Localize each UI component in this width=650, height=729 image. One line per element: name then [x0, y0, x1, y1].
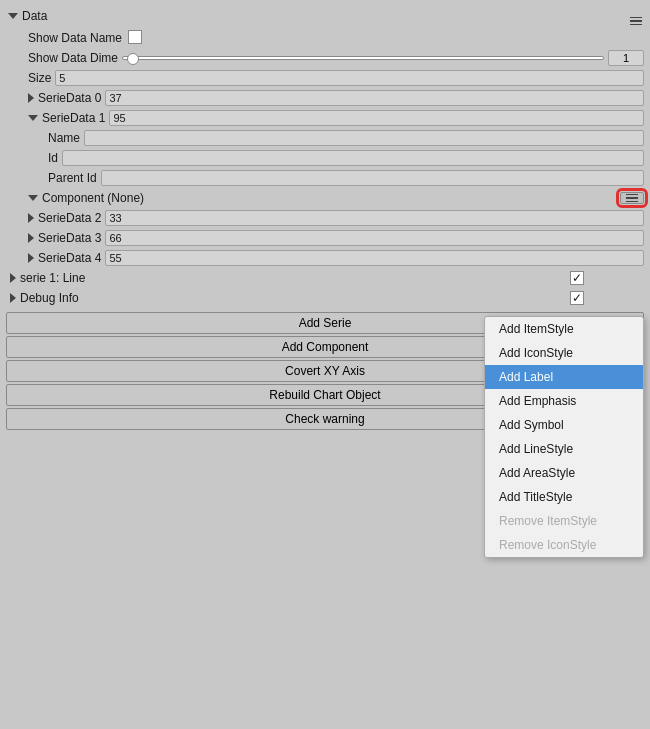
dropdown-item-add-title-style[interactable]: Add TitleStyle	[485, 485, 643, 509]
show-data-dime-slider[interactable]	[122, 56, 604, 60]
parent-id-input[interactable]	[101, 170, 644, 186]
show-data-dime-value[interactable]	[608, 50, 644, 66]
serie-data-1-row: SerieData 1	[0, 108, 650, 128]
serie-data-3-row: SerieData 3	[0, 228, 650, 248]
slider-thumb[interactable]	[127, 53, 139, 65]
serie-data-2-input[interactable]	[105, 210, 644, 226]
dropdown-item-add-symbol[interactable]: Add Symbol	[485, 413, 643, 437]
serie-data-3-triangle[interactable]	[28, 233, 34, 243]
parent-id-row: Parent Id	[0, 168, 650, 188]
size-row: Size	[0, 68, 650, 88]
serie-data-4-triangle[interactable]	[28, 253, 34, 263]
id-row: Id	[0, 148, 650, 168]
dropdown-item-remove-icon-style: Remove IconStyle	[485, 533, 643, 557]
parent-id-input-container	[101, 170, 644, 186]
dropdown-item-remove-item-style: Remove ItemStyle	[485, 509, 643, 533]
show-data-name-row: Show Data Name	[0, 28, 650, 48]
component-row: Component (None)	[0, 188, 650, 208]
debug-info-row: Debug Info ✓	[0, 288, 650, 308]
name-label: Name	[48, 131, 80, 145]
serie-data-1-triangle[interactable]	[28, 115, 38, 121]
collapse-triangle[interactable]	[8, 13, 18, 19]
serie-data-0-label: SerieData 0	[38, 91, 101, 105]
serie-data-1-value-container	[109, 110, 644, 126]
serie-data-2-value-container	[105, 210, 644, 226]
dropdown-item-add-emphasis[interactable]: Add Emphasis	[485, 389, 643, 413]
serie-line-row: serie 1: Line ✓	[0, 268, 650, 288]
serie-data-4-label: SerieData 4	[38, 251, 101, 265]
serie-data-2-triangle[interactable]	[28, 213, 34, 223]
show-data-dime-row: Show Data Dime	[0, 48, 650, 68]
debug-info-label: Debug Info	[20, 291, 79, 305]
dropdown-item-add-line-style[interactable]: Add LineStyle	[485, 437, 643, 461]
serie-data-4-input[interactable]	[105, 250, 644, 266]
serie-data-1-input[interactable]	[109, 110, 644, 126]
serie-data-1-label: SerieData 1	[42, 111, 105, 125]
serie-data-0-triangle[interactable]	[28, 93, 34, 103]
serie-data-0-value-container	[105, 90, 644, 106]
serie-data-0-row: SerieData 0	[0, 88, 650, 108]
debug-info-triangle[interactable]	[10, 293, 16, 303]
serie-data-3-label: SerieData 3	[38, 231, 101, 245]
serie-line-checkbox[interactable]: ✓	[570, 271, 584, 285]
dropdown-item-add-item-style[interactable]: Add ItemStyle	[485, 317, 643, 341]
name-row: Name	[0, 128, 650, 148]
serie-data-4-row: SerieData 4	[0, 248, 650, 268]
component-menu-button[interactable]	[620, 192, 644, 205]
show-data-name-label: Show Data Name	[28, 31, 122, 45]
size-label: Size	[28, 71, 51, 85]
show-data-dime-label: Show Data Dime	[28, 51, 118, 65]
panel-title: Data	[22, 9, 47, 23]
checkbox-debug-info[interactable]: ✓	[570, 291, 584, 305]
id-input-container	[62, 150, 644, 166]
serie-data-2-label: SerieData 2	[38, 211, 101, 225]
component-triangle[interactable]	[28, 195, 38, 201]
serie-data-3-input[interactable]	[105, 230, 644, 246]
dropdown-item-add-icon-style[interactable]: Add IconStyle	[485, 341, 643, 365]
serie-data-3-value-container	[105, 230, 644, 246]
serie-data-0-input[interactable]	[105, 90, 644, 106]
show-data-dime-slider-container	[122, 50, 644, 66]
dropdown-item-add-area-style[interactable]: Add AreaStyle	[485, 461, 643, 485]
component-label: Component (None)	[42, 191, 144, 205]
header-menu-icon[interactable]	[630, 7, 642, 25]
component-menu-lines	[626, 194, 638, 203]
checkbox-serie-line[interactable]: ✓	[570, 271, 584, 285]
panel-header: Data	[0, 4, 650, 28]
data-panel: Data Show Data Name Show Data Dime Size	[0, 0, 650, 436]
size-input-container	[55, 70, 644, 86]
component-menu-btn-container	[620, 192, 644, 205]
menu-lines-icon[interactable]	[630, 17, 642, 26]
name-input[interactable]	[84, 130, 644, 146]
id-input[interactable]	[62, 150, 644, 166]
serie-data-4-value-container	[105, 250, 644, 266]
size-input[interactable]	[55, 70, 644, 86]
parent-id-label: Parent Id	[48, 171, 97, 185]
checkbox-show-data-name[interactable]	[128, 30, 142, 44]
dropdown-menu: Add ItemStyle Add IconStyle Add Label Ad…	[484, 316, 644, 558]
serie-data-2-row: SerieData 2	[0, 208, 650, 228]
dropdown-item-add-label[interactable]: Add Label	[485, 365, 643, 389]
id-label: Id	[48, 151, 58, 165]
serie-line-label: serie 1: Line	[20, 271, 85, 285]
debug-info-checkbox[interactable]: ✓	[570, 291, 584, 305]
show-data-name-checkbox[interactable]	[128, 30, 142, 47]
serie-line-triangle[interactable]	[10, 273, 16, 283]
name-input-container	[84, 130, 644, 146]
